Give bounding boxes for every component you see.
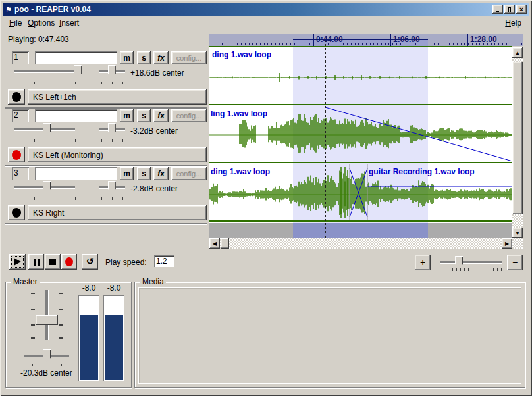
- volume-slider-thumb[interactable]: [74, 65, 82, 78]
- scrollbar-corner: [512, 238, 523, 249]
- slider-tick: [31, 293, 35, 294]
- arrow-up-icon: ▲: [515, 50, 520, 56]
- track-panel-1: 1 m s fx config... +18.6dB center KS Lef…: [5, 50, 207, 107]
- vertical-scrollbar[interactable]: ▲ ▼: [512, 47, 523, 238]
- master-section: Master -20.3dB center -8.0 -8.0: [5, 282, 132, 388]
- fx-button[interactable]: fx: [153, 51, 169, 64]
- mute-button[interactable]: m: [120, 109, 134, 122]
- play-speed-label: Play speed:: [105, 258, 147, 267]
- menu-insert[interactable]: Insert: [55, 18, 83, 28]
- config-button[interactable]: config...: [171, 109, 207, 122]
- track-name-input[interactable]: [35, 109, 117, 122]
- scroll-up-button[interactable]: ▲: [512, 47, 523, 58]
- loop-icon: ↺: [86, 256, 94, 266]
- record-button[interactable]: [61, 254, 77, 270]
- master-pan-thumb[interactable]: [43, 349, 51, 362]
- master-label: Master: [11, 277, 40, 286]
- tracks-viewport[interactable]: ding 1.wav loopling 1.wav loopding 1.wav…: [209, 47, 512, 223]
- stop-button[interactable]: [45, 254, 61, 270]
- scroll-left-button[interactable]: ◀: [209, 238, 220, 249]
- solo-button[interactable]: s: [137, 109, 151, 122]
- slider-tick: [59, 293, 63, 294]
- slider-tick: [59, 309, 63, 310]
- window-title: poo - REAPER v0.04: [14, 5, 91, 14]
- pan-slider-thumb[interactable]: [108, 181, 116, 194]
- ruler-time-label: 1:06.00: [393, 35, 420, 44]
- close-button[interactable]: ×: [516, 5, 527, 14]
- io-button[interactable]: KS Left (Monitoring): [28, 147, 207, 162]
- pan-slider-thumb[interactable]: [108, 65, 116, 78]
- pan-slider-thumb[interactable]: [108, 123, 116, 136]
- track-number: 3: [12, 167, 29, 180]
- vertical-scroll-thumb[interactable]: [512, 62, 523, 214]
- track-number: 1: [12, 51, 29, 64]
- item-labels: ding 1.wav loopling 1.wav loopding 1.wav…: [209, 47, 512, 223]
- play-button[interactable]: [9, 254, 26, 270]
- playhead-cursor[interactable]: [325, 41, 326, 238]
- volume-slider-thumb[interactable]: [43, 181, 51, 194]
- ruler[interactable]: 0:44.001:06.001:28.00: [209, 34, 523, 46]
- stop-icon: [49, 259, 56, 265]
- mute-button[interactable]: m: [120, 51, 134, 64]
- slider-tick: [59, 324, 63, 326]
- io-button[interactable]: KS Left+1ch: [28, 89, 207, 105]
- media-list[interactable]: [138, 287, 521, 384]
- horizontal-scroll-thumb[interactable]: [221, 238, 229, 249]
- track-name-input[interactable]: [35, 167, 117, 180]
- mute-button[interactable]: m: [120, 167, 134, 180]
- slider-tick: [61, 364, 62, 366]
- pause-button[interactable]: [28, 254, 44, 270]
- fx-button[interactable]: fx: [153, 167, 169, 180]
- pause-icon: [34, 259, 40, 266]
- io-button[interactable]: KS Right: [28, 205, 207, 220]
- record-arm-button[interactable]: [8, 147, 25, 162]
- media-item-label: ding 1.wav loop: [212, 50, 271, 59]
- scroll-down-button[interactable]: ▼: [512, 228, 523, 238]
- vu-meter-right: [103, 295, 124, 381]
- track-number: 2: [12, 109, 29, 122]
- volume-slider-thumb[interactable]: [43, 123, 51, 136]
- zoom-slider-thumb[interactable]: [455, 256, 463, 269]
- app-window: ⚑ poo - REAPER v0.04 × File Options Inse…: [0, 0, 532, 396]
- menu-options[interactable]: Options: [24, 18, 59, 28]
- record-arm-button[interactable]: [8, 205, 25, 220]
- zoom-out-button[interactable]: −: [507, 255, 523, 270]
- solo-button[interactable]: s: [137, 167, 151, 180]
- loop-button[interactable]: ↺: [82, 254, 98, 270]
- track-name-input[interactable]: [35, 51, 117, 64]
- app-icon: ⚑: [5, 5, 12, 14]
- scroll-right-button[interactable]: ▶: [502, 238, 512, 249]
- time-selection-dim: [293, 223, 428, 238]
- volume-slider[interactable]: [14, 70, 75, 72]
- ruler-time-label: 1:28.00: [470, 35, 497, 44]
- config-button[interactable]: config...: [171, 51, 207, 64]
- close-icon: ×: [519, 6, 523, 13]
- menu-help[interactable]: Help: [501, 18, 525, 28]
- gain-readout: +18.6dB center: [130, 68, 184, 78]
- horizontal-scrollbar[interactable]: ◀ ▶: [209, 238, 512, 249]
- slider-tick: [47, 364, 47, 366]
- arrow-left-icon: ◀: [213, 241, 217, 247]
- gain-readout: -3.2dB center: [130, 126, 178, 136]
- master-gain-readout: -20.3dB center: [20, 368, 72, 378]
- record-arm-button[interactable]: [8, 89, 25, 105]
- minimize-button[interactable]: [492, 5, 503, 14]
- fx-button[interactable]: fx: [153, 109, 169, 122]
- menu-file[interactable]: File: [5, 18, 26, 28]
- playback-status: Playing: 0:47.403: [8, 35, 69, 44]
- media-label: Media: [140, 277, 166, 286]
- slider-tick: [59, 337, 63, 339]
- zoom-in-button[interactable]: +: [415, 255, 431, 270]
- config-button[interactable]: config...: [171, 167, 207, 180]
- title-bar: ⚑ poo - REAPER v0.04 ×: [3, 3, 529, 16]
- master-volume-thumb[interactable]: [36, 315, 58, 325]
- maximize-icon: [508, 7, 511, 12]
- record-arm-icon: [12, 92, 21, 102]
- zoom-slider[interactable]: [440, 261, 502, 263]
- minimize-icon: [496, 11, 499, 12]
- solo-button[interactable]: s: [137, 51, 151, 64]
- record-arm-icon: [12, 150, 21, 160]
- arrange-area: 0:44.001:06.001:28.00 ding 1.wav looplin…: [209, 34, 523, 249]
- maximize-button[interactable]: [504, 5, 515, 14]
- play-speed-input[interactable]: [154, 255, 174, 267]
